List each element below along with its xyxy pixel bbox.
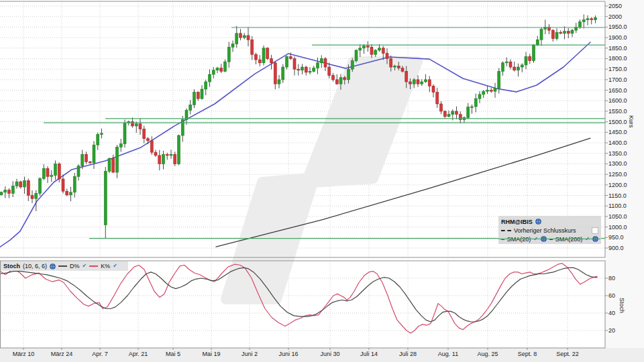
price-tick-label: 1400.0 xyxy=(608,139,641,146)
price-tick-label: 1500.0 xyxy=(608,119,641,125)
date-tick-label: Juni 2 xyxy=(231,351,268,357)
price-tick-label: 2050 xyxy=(608,3,641,9)
prev-close-checkbox[interactable] xyxy=(592,227,598,234)
date-tick-label: März 24 xyxy=(43,351,80,357)
date-tick-label: Mai 19 xyxy=(193,351,230,357)
price-tick-label: 1950.0 xyxy=(608,23,641,30)
price-tick-label: 1800.0 xyxy=(608,55,641,62)
stoch-tick-label: 80 xyxy=(608,275,641,282)
stoch-d-label: D% xyxy=(70,263,80,269)
price-tick-label: 1200.0 xyxy=(608,182,641,188)
price-tick-label: 1050.0 xyxy=(608,213,641,220)
price-tick-label: 900.0 xyxy=(608,245,641,251)
date-tick-label: Sept. 8 xyxy=(508,351,546,357)
stoch-k-label: K% xyxy=(101,263,110,269)
stoch-panel-header: Stoch (10, 6, 6) D% ✔ K% ✔ xyxy=(1,261,128,271)
price-tick-label: 2000 xyxy=(608,13,641,20)
date-tick-label: Juni 16 xyxy=(270,351,307,357)
price-tick-label: 1250.0 xyxy=(608,171,641,178)
date-tick-label: Juni 30 xyxy=(311,351,349,357)
price-tick-label: 1150.0 xyxy=(608,192,641,199)
stoch-tick-label: 40 xyxy=(608,310,641,316)
prev-close-line-swatch xyxy=(501,230,511,231)
instrument-label: RHM@IBIS xyxy=(501,219,533,225)
date-tick-label: Aug. 11 xyxy=(429,351,467,357)
date-tick-label: März 10 xyxy=(5,351,42,357)
price-tick-label: 1300.0 xyxy=(608,160,641,167)
prev-close-label: Vorheriger Schlusskurs xyxy=(514,227,576,234)
legend-box: RHM@IBIS Vorheriger Schlusskurs SMA(20) … xyxy=(498,216,601,244)
legend-row-prev-close: Vorheriger Schlusskurs xyxy=(501,226,598,235)
price-tick-label: 1750.0 xyxy=(608,66,641,72)
globe-icon[interactable] xyxy=(535,219,541,225)
date-tick-label: Juli 28 xyxy=(389,351,427,357)
price-tick-label: 1600.0 xyxy=(608,97,641,104)
stoch-d-line-swatch xyxy=(58,265,67,267)
legend-row-instrument: RHM@IBIS xyxy=(501,217,598,226)
price-tick-label: 950.0 xyxy=(608,234,641,241)
price-chart-canvas[interactable] xyxy=(0,0,644,362)
stoch-tick-label: 60 xyxy=(608,292,641,299)
stoch-k-line-swatch xyxy=(89,265,98,267)
price-tick-label: 1000.0 xyxy=(608,224,641,231)
price-tick-label: 1100.0 xyxy=(608,202,641,209)
stoch-title: Stoch xyxy=(3,263,20,269)
price-tick-label: 1850.0 xyxy=(608,45,641,52)
stoch-k-checkbox[interactable]: ✔ xyxy=(113,263,117,269)
stoch-params: (10, 6, 6) xyxy=(23,263,47,269)
price-tick-label: 1550.0 xyxy=(608,108,641,115)
price-tick-label: 1650.0 xyxy=(608,87,641,94)
support-line-946-overlay xyxy=(498,239,600,239)
date-tick-label: Juli 14 xyxy=(350,351,388,357)
stoch-d-checkbox[interactable]: ✔ xyxy=(83,263,87,269)
globe-icon[interactable] xyxy=(50,263,56,269)
stoch-tick-label: 20 xyxy=(608,327,641,334)
date-tick-label: Sept. 22 xyxy=(549,351,586,357)
price-tick-label: 1900.0 xyxy=(608,34,641,41)
date-tick-label: Aug. 25 xyxy=(469,351,506,357)
price-tick-label: 1700.0 xyxy=(608,76,641,83)
chart-root: RHM@IBIS Vorheriger Schlusskurs SMA(20) … xyxy=(0,0,644,362)
date-tick-label: Mai 5 xyxy=(154,351,192,357)
date-tick-label: Apr. 7 xyxy=(81,351,119,357)
price-tick-label: 1450.0 xyxy=(608,129,641,135)
date-tick-label: Apr. 21 xyxy=(119,351,157,357)
price-tick-label: 1350.0 xyxy=(608,150,641,157)
